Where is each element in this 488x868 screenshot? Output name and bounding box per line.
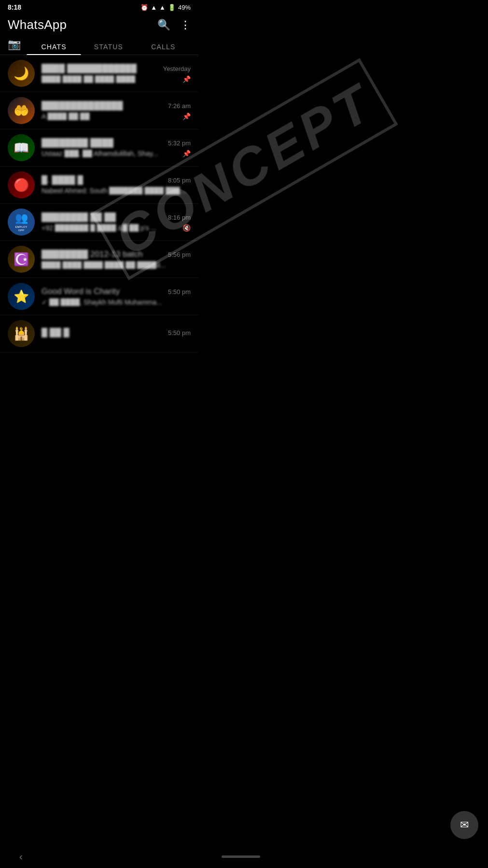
chat-content: ████████ ██ ██ 8:16 pm +92 ███████ █ ███… [42, 212, 191, 232]
chat-list: 🌙 ████ ████████████ Yesterday ████ ████ … [0, 55, 198, 352]
chat-name: ██████████████ [42, 101, 123, 111]
chat-top-row: ████████ ██ ██ 8:16 pm [42, 212, 191, 222]
chat-preview: A ████ ██ ██ [42, 112, 180, 120]
chat-time: 5:56 pm [168, 251, 191, 258]
chat-top-row: ████████ 2012-13 batch 5:56 pm [42, 250, 191, 259]
chat-time: 5:32 pm [168, 140, 191, 147]
chat-item[interactable]: 🤲 ██████████████ 7:26 am A ████ ██ ██ 📌 [0, 92, 198, 129]
chat-name: ████████ 2012-13 batch [42, 250, 143, 259]
chat-content: Good Word is Charity 5:50 pm ✓ ██ ████, … [42, 287, 191, 306]
chat-meta: 📌 [182, 150, 191, 157]
avatar: ⭐ [8, 283, 35, 310]
app-header: WhatsApp 🔍 ⋮ [0, 14, 198, 38]
search-icon[interactable]: 🔍 [157, 19, 170, 31]
chat-bottom-row: +92 ███████ █ ████ &█ ██ p's ... 🔇 [42, 224, 191, 232]
chat-time: 5:50 pm [168, 329, 191, 336]
chat-item[interactable]: ⭐ Good Word is Charity 5:50 pm ✓ ██ ████… [0, 278, 198, 315]
header-actions: 🔍 ⋮ [157, 19, 191, 31]
more-options-icon[interactable]: ⋮ [180, 19, 191, 31]
chat-bottom-row: ✓ ██ ████, Shaykh Mufti Muhamma... [42, 298, 191, 306]
chat-content: █ ██ █ 5:50 pm [42, 328, 191, 339]
chat-top-row: ██████████████ 7:26 am [42, 101, 191, 111]
chat-time: 5:50 pm [168, 288, 191, 295]
avatar: 📖 [8, 134, 35, 161]
chat-top-row: ████████ ████ 5:32 pm [42, 138, 191, 148]
chat-content: ████████ 2012-13 batch 5:56 pm ████ ████… [42, 250, 191, 269]
chat-preview: ✓ ██ ████, Shaykh Mufti Muhamma... [42, 298, 188, 306]
chat-item[interactable]: 🕌 █ ██ █ 5:50 pm [0, 315, 198, 352]
tab-calls[interactable]: CALLS [136, 38, 191, 55]
battery-percent: 49% [178, 4, 191, 11]
avatar: 🤲 [8, 97, 35, 124]
chat-content: ██████████████ 7:26 am A ████ ██ ██ 📌 [42, 101, 191, 120]
avatar: 👥 EMPLOYOPP [8, 209, 35, 236]
chat-top-row: █ ██ █ 5:50 pm [42, 328, 191, 337]
tab-bar: 📷 CHATS STATUS CALLS [0, 38, 198, 55]
chat-item[interactable]: 👥 EMPLOYOPP ████████ ██ ██ 8:16 pm +92 █… [0, 204, 198, 241]
chat-item[interactable]: 🌙 ████ ████████████ Yesterday ████ ████ … [0, 55, 198, 92]
chat-top-row: █. ████ █ 8:05 pm [42, 175, 191, 185]
avatar: 🌙 [8, 60, 35, 87]
chat-item[interactable]: 🔴 █. ████ █ 8:05 pm Nabeel Ahmed: South … [0, 167, 198, 204]
chat-name: Good Word is Charity [42, 287, 120, 296]
avatar: ☪️ [8, 246, 35, 273]
chat-meta: 📌 [182, 75, 191, 83]
chat-preview: Ustaaz ███, ██ Alhamdulillah, Shay... [42, 150, 180, 157]
chat-meta: 📌 [182, 112, 191, 120]
status-time: 8:18 [8, 3, 21, 11]
avatar: 🕌 [8, 320, 35, 347]
chat-bottom-row: ████ ████ ████ ████ ██ ████d... [42, 261, 191, 269]
chat-time: 7:26 am [168, 102, 191, 110]
chat-bottom-row: Nabeel Ahmed: South ███████ ████ ████d..… [42, 187, 191, 195]
status-bar: 8:18 ⏰ ▲ ▲ 🔋 49% [0, 0, 198, 14]
wifi-icon: ▲ [151, 4, 157, 11]
alarm-icon: ⏰ [140, 4, 148, 11]
chat-preview: ████ ████ ██ ████ ████ [42, 75, 180, 83]
pin-icon: 📌 [182, 150, 191, 157]
chat-name: ████ ████████████ [42, 64, 137, 73]
chat-meta: 🔇 [182, 224, 191, 232]
chat-time: 8:05 pm [168, 177, 191, 184]
chat-preview: Nabeel Ahmed: South ███████ ████ ████d..… [42, 187, 188, 195]
chat-top-row: ████ ████████████ Yesterday [42, 64, 191, 73]
chat-preview: ████ ████ ████ ████ ██ ████d... [42, 261, 188, 269]
chat-name: ████████ ██ ██ [42, 212, 116, 222]
signal-icon: ▲ [159, 4, 166, 11]
battery-icon: 🔋 [168, 4, 176, 11]
chat-preview: +92 ███████ █ ████ &█ ██ p's ... [42, 224, 180, 232]
chat-top-row: Good Word is Charity 5:50 pm [42, 287, 191, 296]
chat-content: ████████ ████ 5:32 pm Ustaaz ███, ██ Alh… [42, 138, 191, 157]
chat-item[interactable]: 📖 ████████ ████ 5:32 pm Ustaaz ███, ██ A… [0, 129, 198, 167]
tab-chats[interactable]: CHATS [27, 38, 81, 55]
chat-item[interactable]: ☪️ ████████ 2012-13 batch 5:56 pm ████ █… [0, 241, 198, 278]
app-title: WhatsApp [8, 17, 67, 32]
chat-content: █. ████ █ 8:05 pm Nabeel Ahmed: South ██… [42, 175, 191, 195]
mute-icon: 🔇 [182, 224, 191, 232]
chat-bottom-row: ████ ████ ██ ████ ████ 📌 [42, 75, 191, 83]
chat-name: █. ████ █ [42, 175, 83, 185]
pin-icon: 📌 [182, 112, 191, 120]
status-icons: ⏰ ▲ ▲ 🔋 49% [140, 4, 191, 11]
chat-time: Yesterday [163, 65, 191, 72]
chat-bottom-row: Ustaaz ███, ██ Alhamdulillah, Shay... 📌 [42, 150, 191, 157]
camera-icon: 📷 [8, 38, 21, 50]
chat-name: ████████ ████ [42, 138, 113, 148]
chat-name: █ ██ █ [42, 328, 70, 337]
chat-content: ████ ████████████ Yesterday ████ ████ ██… [42, 64, 191, 83]
tab-status[interactable]: STATUS [81, 38, 136, 55]
avatar: 🔴 [8, 171, 35, 198]
camera-button[interactable]: 📷 [8, 38, 21, 55]
chat-bottom-row: A ████ ██ ██ 📌 [42, 112, 191, 120]
pin-icon: 📌 [182, 75, 191, 83]
chat-time: 8:16 pm [168, 214, 191, 221]
